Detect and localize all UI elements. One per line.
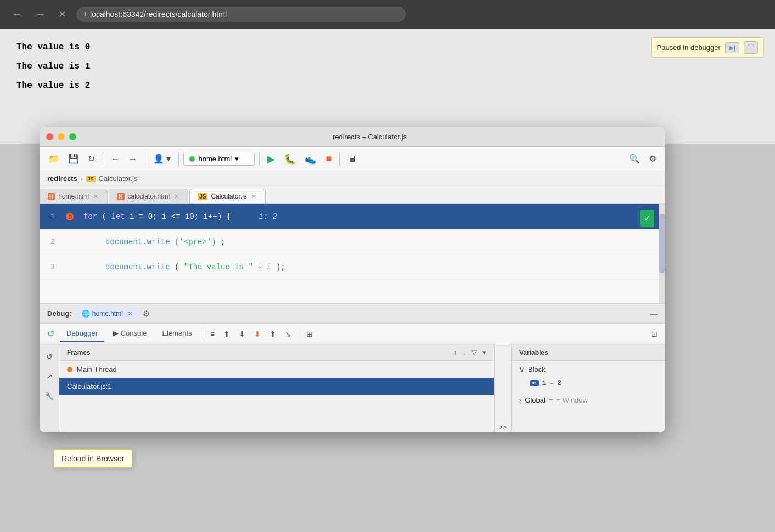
debug-table-button[interactable]: ⊞ xyxy=(303,327,316,341)
debug-step-over-button[interactable]: ⬆ xyxy=(220,327,233,341)
breakpoint-dot: 🍎 xyxy=(66,213,74,220)
thread-dot xyxy=(67,367,72,372)
debug-file-close[interactable]: ✕ xyxy=(127,310,133,318)
breadcrumb-separator: › xyxy=(81,176,83,182)
debug-minimize-icon[interactable]: — xyxy=(650,309,658,318)
global-chevron-icon: › xyxy=(519,396,521,404)
code-paren-3: ( xyxy=(175,263,179,271)
step-into-button[interactable]: 👟 xyxy=(301,151,320,167)
nav-forward-button[interactable]: → xyxy=(125,152,141,166)
block-group-label[interactable]: ∨ Block xyxy=(519,365,658,373)
code-str-3: "The value is " xyxy=(184,263,253,271)
vars-panel: Variables ∨ Block 01 i = 2 › xyxy=(512,344,665,432)
user-button[interactable]: 👤 ▾ xyxy=(150,151,174,166)
paused-label: Paused in debugger xyxy=(657,43,721,52)
tab-home-label: home.html xyxy=(58,193,89,200)
block-label: Block xyxy=(528,365,546,373)
breadcrumb-folder[interactable]: redirects xyxy=(47,174,77,183)
frames-more-button[interactable]: ▾ xyxy=(482,348,486,356)
tooltip: Reload in Browser xyxy=(53,449,132,468)
frame-item[interactable]: Calculator.js:1 xyxy=(59,378,494,395)
frames-panel: Frames ↑ ↓ ▽ ▾ Main Thread Calculator.js… xyxy=(59,344,495,432)
frames-up-button[interactable]: ↑ xyxy=(453,348,457,356)
address-bar[interactable]: ℹ localhost:63342/redirects/calculator.h… xyxy=(76,7,406,22)
keyword-let: let xyxy=(111,212,125,221)
close-button[interactable]: ✕ xyxy=(55,6,70,22)
run-button[interactable]: ▶ xyxy=(264,151,278,167)
global-equals: = xyxy=(549,396,553,404)
stop-button[interactable]: ■ xyxy=(322,151,335,167)
open-folder-button[interactable]: 📁 xyxy=(45,151,63,166)
block-chevron-icon: ∨ xyxy=(519,365,525,373)
debug-side-step[interactable]: ↗ xyxy=(42,369,57,384)
debug-file-tab[interactable]: 🌐 home.html ✕ xyxy=(77,308,137,320)
debug-stack-button[interactable]: ≡ xyxy=(207,327,218,341)
ide-toolbar: 📁 💾 ↻ ← → 👤 ▾ home.html ▾ ▶ 🐛 👟 ■ 🖥 🔍 ⚙ xyxy=(40,147,665,171)
frames-filter-button[interactable]: ▽ xyxy=(471,348,477,356)
debug-tab-debugger[interactable]: Debugger xyxy=(60,326,104,342)
js-badge-icon: JS xyxy=(86,176,96,182)
paused-badge: Paused in debugger ▶| ⌒ xyxy=(651,37,765,58)
output-line-2: The value is 1 xyxy=(16,59,759,75)
back-button[interactable]: ← xyxy=(9,7,25,22)
debug-button[interactable]: 🐛 xyxy=(280,151,299,167)
file-tabs: H home.html ✕ H calculator.html ✕ JS Cal… xyxy=(40,186,665,204)
code-text-1b: i = 0; i <= 10; i++) { xyxy=(130,212,231,221)
code-plus-3: + xyxy=(257,263,267,271)
maximize-traffic-light[interactable] xyxy=(69,133,76,140)
debug-tab-console-label: Console xyxy=(121,329,147,337)
debug-tab-console[interactable]: ▶ Console xyxy=(106,326,153,342)
toolbar-separator-5 xyxy=(339,152,340,166)
debug-panel: Debug: 🌐 home.html ✕ ⚙ — ↺ Debugger ▶ Co… xyxy=(40,303,665,432)
keyword-for: for xyxy=(83,212,97,221)
debug-reload-button[interactable]: ↺ xyxy=(44,326,58,341)
settings-button[interactable]: ⚙ xyxy=(645,151,660,166)
refresh-button[interactable]: ↻ xyxy=(85,151,98,166)
close-traffic-light[interactable] xyxy=(46,133,53,140)
debug-layout-button[interactable]: ⊡ xyxy=(648,327,661,341)
search-button[interactable]: 🔍 xyxy=(626,151,643,166)
frames-controls: ↑ ↓ ▽ ▾ xyxy=(453,348,486,356)
breadcrumb: redirects › JS Calculator.js xyxy=(40,171,665,186)
global-item[interactable]: › Global = = Window xyxy=(512,394,665,406)
ide-title: redirects – Calculator.js xyxy=(81,133,659,141)
minimize-traffic-light[interactable] xyxy=(58,133,65,140)
code-text-1a: ( xyxy=(102,212,106,221)
tab-calculator-close[interactable]: ✕ xyxy=(173,193,180,200)
ide-window: redirects – Calculator.js 📁 💾 ↻ ← → 👤 ▾ … xyxy=(40,127,665,432)
debug-gear-icon[interactable]: ⚙ xyxy=(143,309,150,319)
debug-step-into-button[interactable]: ⬇ xyxy=(235,327,249,341)
step-button[interactable]: ⌒ xyxy=(744,41,758,54)
file-selector[interactable]: home.html ▾ xyxy=(183,152,255,166)
debug-side-resume[interactable]: ↺ xyxy=(42,349,57,364)
resume-button[interactable]: ▶| xyxy=(725,42,739,53)
code-line-3: 3 document.write ( "The value is " + i )… xyxy=(40,254,665,280)
code-spacer xyxy=(235,212,254,221)
debug-tab-elements[interactable]: Elements xyxy=(155,326,198,342)
debug-tab-debugger-label: Debugger xyxy=(66,329,98,337)
tab-calculator-html[interactable]: H calculator.html ✕ xyxy=(109,189,188,203)
debug-step-cursor-button[interactable]: ↘ xyxy=(282,327,295,341)
debug-sep-1 xyxy=(203,329,203,339)
scrollbar-thumb xyxy=(659,214,665,273)
debug-tab-elements-label: Elements xyxy=(162,329,192,337)
code-str-2: ('<pre>') xyxy=(175,237,216,246)
preview-button[interactable]: 🖥 xyxy=(344,152,360,166)
debug-step-out-button[interactable]: ⬇ xyxy=(251,327,264,341)
tab-calculator-js-label: Calculator.js xyxy=(211,193,246,200)
tab-calculator-js-close[interactable]: ✕ xyxy=(250,193,257,200)
save-button[interactable]: 💾 xyxy=(65,151,82,166)
breakpoint-1[interactable]: 🍎 xyxy=(61,213,78,220)
tab-home-close[interactable]: ✕ xyxy=(92,193,99,200)
tab-calculator-js[interactable]: JS Calculator.js ✕ xyxy=(189,189,266,203)
nav-back-button[interactable]: ← xyxy=(108,152,123,166)
frames-down-button[interactable]: ↓ xyxy=(462,348,466,356)
forward-button[interactable]: → xyxy=(32,7,48,22)
frames-more-btn[interactable]: >> xyxy=(495,422,511,432)
tab-home-html[interactable]: H home.html ✕ xyxy=(40,189,108,203)
debug-step-return-button[interactable]: ⬆ xyxy=(266,327,279,341)
code-end-3: ); xyxy=(276,263,285,271)
debug-side-wrench[interactable]: 🔧 xyxy=(42,388,57,404)
file-indicator xyxy=(189,156,195,162)
scrollbar-vertical[interactable] xyxy=(659,204,665,303)
